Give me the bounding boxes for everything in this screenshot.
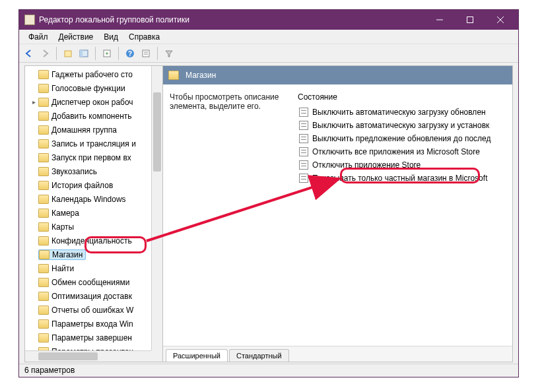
- folder-icon: [38, 125, 49, 135]
- tree-item[interactable]: Параметры завершен: [25, 331, 162, 344]
- setting-item[interactable]: Отключить приложение Store: [298, 158, 512, 172]
- tree-item[interactable]: Камера: [25, 206, 162, 220]
- menu-help[interactable]: Справка: [123, 31, 165, 43]
- tab-standard[interactable]: Стандартный: [229, 349, 289, 362]
- description-panel: Чтобы просмотреть описание элемента, выд…: [163, 84, 295, 346]
- folder-icon: [38, 153, 49, 162]
- description-hint: Чтобы просмотреть описание элемента, выд…: [170, 92, 288, 111]
- export-button[interactable]: [100, 46, 114, 61]
- vertical-scrollbar[interactable]: [151, 66, 162, 350]
- tree-item-label: Запись и трансляция и: [51, 139, 136, 148]
- folder-icon: [38, 222, 49, 232]
- help-button[interactable]: ?: [123, 46, 137, 61]
- expand-icon[interactable]: ▸: [29, 98, 38, 106]
- detail-header: Магазин: [163, 66, 512, 84]
- folder-icon: [38, 236, 49, 245]
- folder-icon: [38, 98, 49, 107]
- filter-button[interactable]: [162, 46, 176, 61]
- tree-item-label: История файлов: [51, 181, 113, 190]
- tree-item[interactable]: ▸Диспетчер окон рабоч: [25, 95, 162, 109]
- tree-item[interactable]: Звукозапись: [25, 164, 162, 178]
- policy-icon: [299, 134, 308, 143]
- svg-rect-4: [65, 51, 71, 57]
- tree-item[interactable]: Календарь Windows: [25, 192, 162, 206]
- horizontal-scrollbar[interactable]: [25, 350, 151, 362]
- window-title: Редактор локальной групповой политики: [39, 15, 424, 24]
- folder-icon: [38, 84, 49, 93]
- setting-item[interactable]: Выключить автоматическую загрузку обновл…: [298, 106, 512, 119]
- menu-view[interactable]: Вид: [98, 31, 123, 43]
- setting-item[interactable]: Выключить предложение обновления до посл…: [298, 132, 512, 145]
- tree-item-label: Домашняя группа: [51, 125, 117, 135]
- content-area: Гаджеты рабочего стоГолосовые функции▸Ди…: [24, 65, 513, 362]
- tree-item-label: Найти: [51, 264, 74, 273]
- svg-rect-10: [143, 50, 149, 57]
- tree-item[interactable]: История файлов: [25, 178, 162, 192]
- tree-item[interactable]: Магазин: [25, 247, 162, 261]
- menubar: Файл Действие Вид Справка: [19, 30, 518, 44]
- scroll-corner: [151, 350, 162, 362]
- tree-item[interactable]: Гаджеты рабочего сто: [25, 67, 162, 81]
- window-controls: [424, 10, 516, 30]
- maximize-button[interactable]: [455, 10, 485, 30]
- tree-item-label: Голосовые функции: [51, 84, 125, 93]
- tree-item[interactable]: Добавить компоненть: [25, 109, 162, 123]
- tree-item[interactable]: Домашняя группа: [25, 123, 162, 137]
- close-button[interactable]: [485, 10, 516, 30]
- folder-icon: [38, 167, 49, 176]
- folder-icon: [38, 70, 49, 79]
- policy-icon: [299, 174, 308, 183]
- tree-item[interactable]: Карты: [25, 220, 162, 234]
- tree-item-label: Звукозапись: [51, 167, 97, 176]
- setting-item[interactable]: Показывать только частный магазин в Micr…: [298, 172, 512, 185]
- setting-label: Выключить предложение обновления до посл…: [312, 134, 490, 143]
- tree-body[interactable]: Гаджеты рабочего стоГолосовые функции▸Ди…: [25, 66, 162, 362]
- tree-pane: Гаджеты рабочего стоГолосовые функции▸Ди…: [24, 65, 163, 362]
- tree-item-label: Камера: [51, 209, 79, 218]
- tree-item-label: Магазин: [52, 250, 83, 259]
- tree-item-label: Оптимизация доставк: [51, 292, 132, 301]
- tree-item-label: Гаджеты рабочего сто: [51, 70, 133, 79]
- setting-label: Показывать только частный магазин в Micr…: [312, 174, 487, 183]
- setting-item[interactable]: Выключить автоматическую загрузку и уста…: [298, 119, 512, 132]
- minimize-button[interactable]: [424, 10, 455, 30]
- menu-action[interactable]: Действие: [53, 31, 99, 43]
- column-header-state[interactable]: Состояние: [298, 92, 512, 106]
- app-icon: [24, 15, 35, 25]
- separator: [56, 47, 57, 60]
- titlebar: Редактор локальной групповой политики: [19, 10, 518, 30]
- tree-item-label: Отчеты об ошибках W: [51, 306, 133, 315]
- properties-button[interactable]: [139, 46, 153, 61]
- tree-item[interactable]: Голосовые функции: [25, 81, 162, 95]
- tree-item[interactable]: Отчеты об ошибках W: [25, 303, 162, 317]
- tree-item[interactable]: Конфиденциальность: [25, 234, 162, 247]
- settings-list: Состояние Выключить автоматическую загру…: [295, 84, 512, 346]
- tree-item[interactable]: Запуск при первом вх: [25, 150, 162, 164]
- setting-item[interactable]: Отключить все приложения из Microsoft St…: [298, 145, 512, 158]
- tree-item-label: Параметры входа Win: [51, 319, 133, 329]
- menu-file[interactable]: Файл: [23, 31, 53, 43]
- show-tree-button[interactable]: [77, 46, 91, 61]
- forward-button[interactable]: [38, 46, 52, 61]
- folder-icon: [38, 319, 49, 329]
- setting-label: Отключить все приложения из Microsoft St…: [312, 147, 480, 156]
- svg-text:?: ?: [128, 50, 132, 57]
- up-button[interactable]: [61, 46, 75, 61]
- tree-item[interactable]: Найти: [25, 261, 162, 275]
- folder-icon: [38, 333, 49, 343]
- tree-item[interactable]: Обмен сообщениями: [25, 275, 162, 289]
- detail-title: Магазин: [186, 71, 216, 80]
- view-tabs: Расширенный Стандартный: [163, 346, 512, 362]
- tree-item-label: Конфиденциальность: [51, 236, 132, 245]
- tab-extended[interactable]: Расширенный: [166, 349, 228, 362]
- tree-item[interactable]: Оптимизация доставк: [25, 289, 162, 303]
- back-button[interactable]: [22, 46, 36, 61]
- folder-icon: [38, 306, 49, 315]
- svg-rect-1: [467, 17, 473, 23]
- folder-icon: [168, 71, 179, 80]
- tree-item[interactable]: Запись и трансляция и: [25, 137, 162, 150]
- tree-item[interactable]: Параметры входа Win: [25, 317, 162, 331]
- folder-icon: [38, 195, 49, 204]
- folder-icon: [38, 209, 49, 218]
- policy-icon: [299, 121, 308, 130]
